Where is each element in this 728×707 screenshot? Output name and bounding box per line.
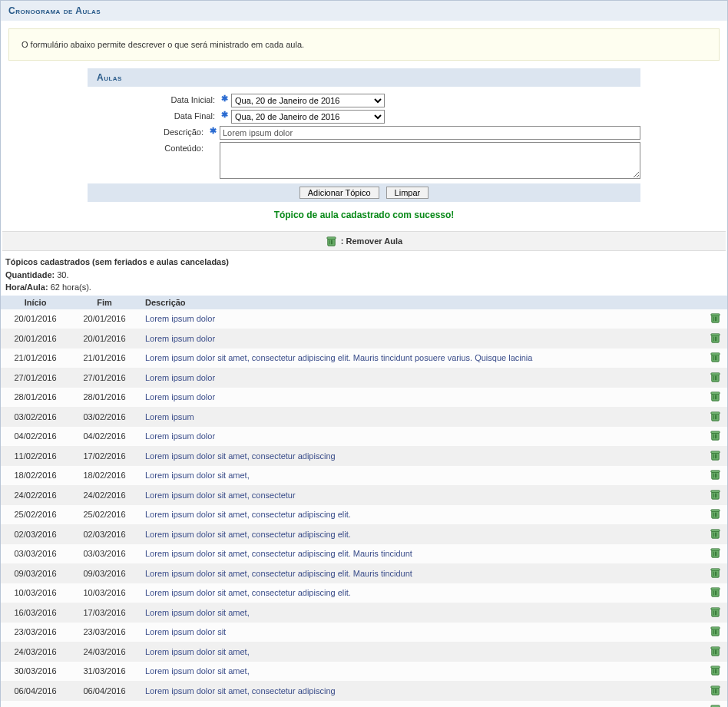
hora-label: Hora/Aula: (5, 282, 51, 292)
cell-inicio: 21/01/2016 (1, 349, 70, 368)
cell-fim: 28/01/2016 (70, 388, 139, 408)
cell-descricao: Lorem ipsum dolor (139, 388, 703, 408)
svg-rect-21 (710, 372, 719, 374)
cell-inicio: 10/03/2016 (1, 583, 70, 603)
remover-aula-button[interactable] (709, 626, 721, 638)
table-row: 07/04/201607/04/2016Lorem ipsum dolor si… (1, 701, 727, 708)
meta-info: Tópicos cadastrados (sem feriados e aula… (1, 251, 727, 296)
svg-rect-101 (710, 686, 719, 687)
table-row: 11/02/201617/02/2016Lorem ipsum dolor si… (1, 446, 727, 466)
hora-value: 62 hora(s). (51, 282, 91, 292)
remover-aula-button[interactable] (709, 449, 721, 461)
cell-inicio: 20/01/2016 (1, 329, 70, 349)
remover-aula-button[interactable] (709, 547, 721, 560)
cell-descricao: Lorem ipsum dolor (139, 309, 703, 329)
svg-rect-71 (710, 568, 719, 570)
remover-aula-button[interactable] (709, 508, 721, 520)
remover-aula-button[interactable] (709, 312, 721, 325)
aulas-section-title: Aulas (88, 68, 640, 87)
svg-rect-36 (710, 431, 719, 433)
cell-inicio: 07/04/2016 (1, 701, 70, 708)
cell-fim: 27/01/2016 (70, 368, 139, 388)
cell-fim: 21/01/2016 (70, 349, 139, 368)
cell-action (703, 427, 727, 447)
table-row: 03/02/201603/02/2016Lorem ipsum (1, 407, 727, 427)
svg-rect-91 (710, 646, 719, 648)
remover-aula-button[interactable] (709, 352, 721, 364)
svg-rect-16 (710, 353, 719, 355)
cell-fim: 23/03/2016 (70, 623, 139, 643)
form-area: Data Inicial: ✱ Qua, 20 de Janeiro de 20… (88, 87, 640, 202)
cell-fim: 03/02/2016 (70, 407, 139, 427)
remover-aula-button[interactable] (709, 371, 721, 383)
adicionar-topico-button[interactable]: Adicionar Tópico (299, 187, 379, 199)
cell-inicio: 28/01/2016 (1, 388, 70, 408)
cell-inicio: 03/03/2016 (1, 544, 70, 564)
label-conteudo: Conteúdo: (88, 142, 207, 153)
remover-aula-button[interactable] (709, 410, 721, 422)
cell-action (703, 662, 727, 682)
cell-inicio: 24/02/2016 (1, 485, 70, 505)
cell-fim: 10/03/2016 (70, 583, 139, 603)
remover-aula-button[interactable] (709, 645, 721, 657)
cell-fim: 03/03/2016 (70, 544, 139, 564)
remover-aula-button[interactable] (709, 488, 721, 501)
remover-aula-button[interactable] (709, 665, 721, 677)
svg-rect-56 (710, 510, 719, 511)
table-row: 28/01/201628/01/2016Lorem ipsum dolor (1, 388, 727, 408)
cell-action (703, 349, 727, 368)
svg-rect-86 (710, 627, 719, 629)
table-row: 10/03/201610/03/2016Lorem ipsum dolor si… (1, 583, 727, 603)
info-message: O formulário abaixo permite descrever o … (8, 28, 720, 61)
remover-aula-button[interactable] (709, 332, 721, 344)
cell-action (703, 603, 727, 623)
table-row: 24/02/201624/02/2016Lorem ipsum dolor si… (1, 485, 727, 505)
descricao-input[interactable] (220, 126, 640, 140)
remover-aula-button[interactable] (709, 684, 721, 696)
th-fim: Fim (70, 296, 139, 309)
table-row: 30/03/201631/03/2016Lorem ipsum dolor si… (1, 662, 727, 682)
aulas-panel: Aulas Data Inicial: ✱ Qua, 20 de Janeiro… (88, 68, 640, 202)
cell-fim: 06/04/2016 (70, 681, 139, 701)
cell-descricao: Lorem ipsum dolor sit amet, consectetur … (139, 701, 703, 708)
remover-aula-button[interactable] (709, 469, 721, 481)
svg-rect-81 (710, 607, 719, 609)
remover-aula-button[interactable] (709, 567, 721, 579)
cell-action (703, 583, 727, 603)
table-row: 20/01/201620/01/2016Lorem ipsum dolor (1, 309, 727, 329)
svg-rect-11 (710, 333, 719, 335)
limpar-button[interactable]: Limpar (386, 187, 429, 199)
cell-descricao: Lorem ipsum dolor (139, 427, 703, 447)
data-inicial-select[interactable]: Qua, 20 de Janeiro de 2016 (231, 94, 385, 107)
cell-fim: 24/03/2016 (70, 642, 139, 662)
table-row: 02/03/201602/03/2016Lorem ipsum dolor si… (1, 524, 727, 544)
remover-aula-button[interactable] (709, 391, 721, 403)
table-header-row: Início Fim Descrição (1, 296, 727, 309)
cell-descricao: Lorem ipsum dolor (139, 368, 703, 388)
cell-descricao: Lorem ipsum dolor sit amet, consectetur … (139, 681, 703, 701)
row-descricao: Descrição: ✱ (88, 126, 640, 140)
remover-aula-button[interactable] (709, 527, 721, 540)
conteudo-textarea[interactable] (220, 142, 640, 179)
cell-inicio: 30/03/2016 (1, 662, 70, 682)
remover-aula-button[interactable] (709, 430, 721, 442)
remover-aula-button[interactable] (709, 586, 721, 599)
quantidade-value: 30. (57, 270, 68, 279)
data-final-select[interactable]: Qua, 20 de Janeiro de 2016 (231, 110, 385, 124)
cell-action (703, 701, 727, 708)
remover-aula-button[interactable] (709, 606, 721, 618)
cell-inicio: 02/03/2016 (1, 524, 70, 544)
cell-descricao: Lorem ipsum dolor sit amet, consectetur … (139, 505, 703, 525)
remover-aula-button[interactable] (709, 704, 721, 708)
row-data-inicial: Data Inicial: ✱ Qua, 20 de Janeiro de 20… (88, 94, 640, 107)
cell-inicio: 23/03/2016 (1, 623, 70, 643)
cell-fim: 31/03/2016 (70, 662, 139, 682)
required-star-icon: ✱ (221, 110, 228, 120)
cell-inicio: 18/02/2016 (1, 466, 70, 486)
cell-descricao: Lorem ipsum dolor sit amet, consectetur … (139, 446, 703, 466)
row-conteudo: Conteúdo: ✱ (88, 142, 640, 180)
svg-rect-51 (710, 490, 719, 491)
cell-inicio: 06/04/2016 (1, 681, 70, 701)
cell-descricao: Lorem ipsum dolor sit amet, consectetur … (139, 583, 703, 603)
cell-action (703, 642, 727, 662)
